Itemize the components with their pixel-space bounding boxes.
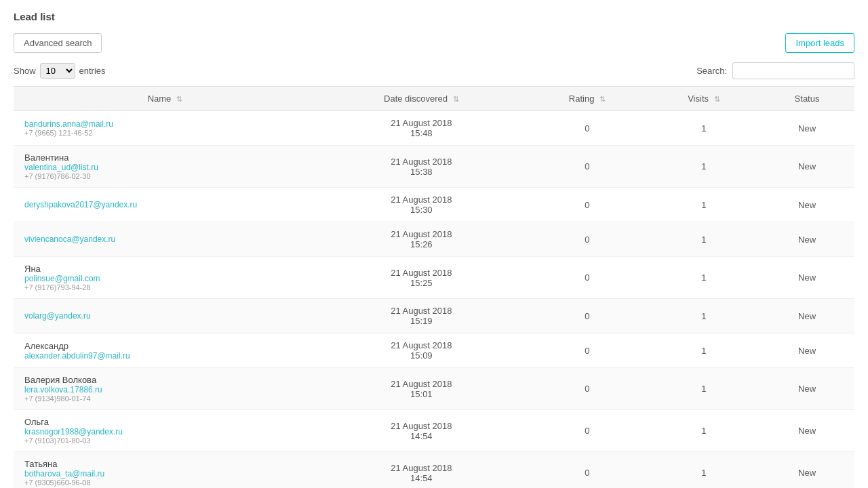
lead-date: 21 August 2018 14:54	[317, 452, 526, 489]
lead-status: New	[760, 146, 854, 188]
entries-per-page-select[interactable]: 10 25 50 100	[40, 63, 75, 79]
sort-icon-rating[interactable]: ⇅	[599, 95, 606, 104]
lead-phone: +7 (9176)786-02-30	[24, 172, 309, 180]
table-row: deryshpakova2017@yandex.ru21 August 2018…	[14, 188, 854, 222]
lead-name-cell: viviencanoca@yandex.ru	[14, 222, 317, 257]
lead-phone: +7 (9134)980-01-74	[24, 394, 309, 403]
lead-name-cell: Валентинаvalentina_ud@list.ru+7 (9176)78…	[14, 146, 317, 188]
lead-date: 21 August 2018 15:48	[317, 111, 526, 146]
lead-name-cell: Татьянаbotharova_ta@mail.ru+7 (9305)660-…	[14, 452, 317, 489]
table-row: Ольгаkrasnogor1988@yandex.ru+7 (9103)701…	[14, 410, 854, 452]
table-row: bandurins.anna@mail.ru+7 (9665) 121-46-5…	[14, 111, 854, 146]
col-name: Name ⇅	[14, 87, 317, 111]
lead-rating: 0	[526, 333, 648, 368]
lead-visits: 1	[648, 299, 760, 333]
lead-visits: 1	[648, 410, 760, 452]
lead-visits: 1	[648, 333, 760, 368]
lead-email-link[interactable]: valentina_ud@list.ru	[24, 163, 309, 172]
lead-name: Татьяна	[24, 459, 57, 469]
lead-status: New	[760, 299, 854, 333]
lead-status: New	[760, 333, 854, 368]
lead-date: 21 August 2018 14:54	[317, 410, 526, 452]
lead-email-link[interactable]: volarg@yandex.ru	[24, 311, 309, 321]
lead-name-cell: Янаpolinsue@gmail.com+7 (9176)793-94-28	[14, 257, 317, 299]
lead-rating: 0	[526, 410, 648, 452]
lead-email-link[interactable]: bandurins.anna@mail.ru	[24, 119, 309, 129]
lead-email-link[interactable]: deryshpakova2017@yandex.ru	[24, 200, 309, 209]
lead-visits: 1	[648, 222, 760, 257]
lead-rating: 0	[526, 222, 648, 257]
lead-phone: +7 (9103)701-80-03	[24, 436, 309, 445]
sort-icon-name[interactable]: ⇅	[176, 95, 182, 104]
lead-date: 21 August 2018 15:01	[317, 368, 526, 410]
col-rating: Rating ⇅	[526, 87, 648, 111]
lead-name: Яна	[24, 264, 41, 274]
lead-name-cell: Александрalexander.abdulin97@mail.ru	[14, 333, 317, 368]
table-row: Валентинаvalentina_ud@list.ru+7 (9176)78…	[14, 146, 854, 188]
lead-name-cell: deryshpakova2017@yandex.ru	[14, 188, 317, 222]
lead-visits: 1	[648, 257, 760, 299]
lead-date: 21 August 2018 15:19	[317, 299, 526, 333]
lead-visits: 1	[648, 452, 760, 489]
lead-status: New	[760, 368, 854, 410]
lead-phone: +7 (9305)660-96-08	[24, 479, 309, 487]
lead-date: 21 August 2018 15:26	[317, 222, 526, 257]
lead-status: New	[760, 188, 854, 222]
page-title: Lead list	[14, 11, 854, 22]
lead-date: 21 August 2018 15:30	[317, 188, 526, 222]
lead-name-cell: bandurins.anna@mail.ru+7 (9665) 121-46-5…	[14, 111, 317, 146]
lead-email-link[interactable]: alexander.abdulin97@mail.ru	[24, 351, 309, 361]
lead-visits: 1	[648, 146, 760, 188]
lead-name: Ольга	[24, 417, 49, 427]
lead-date: 21 August 2018 15:25	[317, 257, 526, 299]
show-label: Show	[14, 66, 36, 76]
lead-status: New	[760, 452, 854, 489]
col-visits: Visits ⇅	[648, 87, 760, 111]
lead-email-link[interactable]: polinsue@gmail.com	[24, 274, 309, 283]
show-entries-control: Show 10 25 50 100 entries	[14, 63, 106, 79]
toolbar: Advanced search Import leads	[14, 33, 854, 53]
lead-visits: 1	[648, 368, 760, 410]
lead-phone: +7 (9176)793-94-28	[24, 283, 309, 291]
table-row: volarg@yandex.ru21 August 2018 15:1901Ne…	[14, 299, 854, 333]
lead-name: Валерия Волкова	[24, 375, 96, 385]
lead-date: 21 August 2018 15:38	[317, 146, 526, 188]
lead-phone: +7 (9665) 121-46-52	[24, 129, 309, 137]
lead-rating: 0	[526, 188, 648, 222]
search-label: Search:	[696, 66, 727, 76]
sort-icon-date[interactable]: ⇅	[453, 95, 459, 104]
entries-label: entries	[79, 66, 106, 76]
lead-rating: 0	[526, 452, 648, 489]
lead-status: New	[760, 222, 854, 257]
lead-email-link[interactable]: viviencanoca@yandex.ru	[24, 235, 309, 244]
lead-status: New	[760, 410, 854, 452]
lead-email-link[interactable]: lera.volkova.17886.ru	[24, 385, 309, 394]
lead-date: 21 August 2018 15:09	[317, 333, 526, 368]
lead-rating: 0	[526, 257, 648, 299]
lead-name: Валентина	[24, 152, 69, 163]
table-row: Александрalexander.abdulin97@mail.ru21 A…	[14, 333, 854, 368]
table-row: Валерия Волковаlera.volkova.17886.ru+7 (…	[14, 368, 854, 410]
lead-name-cell: volarg@yandex.ru	[14, 299, 317, 333]
lead-rating: 0	[526, 299, 648, 333]
table-header-row: Name ⇅ Date discovered ⇅ Rating ⇅ Visits…	[14, 87, 854, 111]
col-status: Status	[760, 87, 854, 111]
sort-icon-visits[interactable]: ⇅	[714, 95, 720, 104]
lead-email-link[interactable]: botharova_ta@mail.ru	[24, 469, 309, 479]
table-row: viviencanoca@yandex.ru21 August 2018 15:…	[14, 222, 854, 257]
advanced-search-button[interactable]: Advanced search	[14, 33, 102, 53]
table-controls: Show 10 25 50 100 entries Search:	[14, 62, 854, 79]
lead-rating: 0	[526, 146, 648, 188]
table-row: Татьянаbotharova_ta@mail.ru+7 (9305)660-…	[14, 452, 854, 489]
lead-email-link[interactable]: krasnogor1988@yandex.ru	[24, 427, 309, 436]
lead-name-cell: Ольгаkrasnogor1988@yandex.ru+7 (9103)701…	[14, 410, 317, 452]
lead-rating: 0	[526, 111, 648, 146]
lead-status: New	[760, 257, 854, 299]
import-leads-button[interactable]: Import leads	[785, 33, 854, 53]
search-input[interactable]	[732, 62, 854, 79]
lead-rating: 0	[526, 368, 648, 410]
lead-name: Александр	[24, 341, 68, 351]
leads-table: Name ⇅ Date discovered ⇅ Rating ⇅ Visits…	[14, 86, 854, 488]
lead-visits: 1	[648, 188, 760, 222]
col-date: Date discovered ⇅	[317, 87, 526, 111]
